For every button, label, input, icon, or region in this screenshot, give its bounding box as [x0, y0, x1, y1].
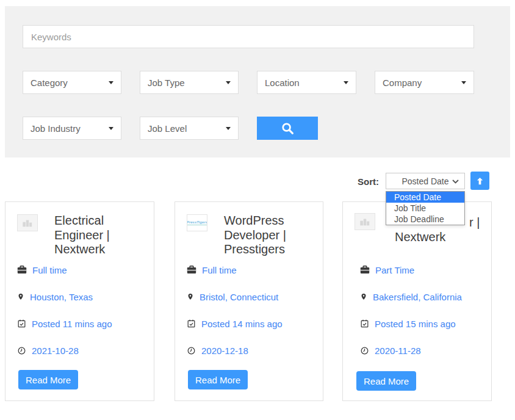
job-level-select-label: Job Level: [148, 123, 187, 134]
read-more-button[interactable]: Read More: [356, 371, 416, 391]
calendar-check-icon: [360, 319, 369, 328]
search-button[interactable]: [257, 117, 318, 140]
category-select[interactable]: Category: [23, 71, 121, 94]
sort-label: Sort:: [358, 176, 379, 187]
briefcase-icon: [360, 266, 370, 274]
sort-select[interactable]: Posted Date: [386, 173, 465, 189]
company-select-label: Company: [383, 78, 422, 88]
location-pin-icon: [187, 292, 194, 302]
caret-down-icon: [109, 127, 113, 130]
location-text: Bakersfield, California: [373, 292, 462, 302]
arrow-up-icon: [475, 176, 484, 186]
job-industry-select-label: Job Industry: [31, 123, 81, 134]
company-logo: [355, 213, 375, 230]
location-select-label: Location: [265, 78, 300, 88]
briefcase-icon: [17, 266, 27, 274]
posted-text: Posted 11 mins ago: [32, 319, 112, 329]
job-card: r | Nextwerk Part Time Bakersfield, Cali…: [342, 201, 492, 401]
job-type-text: Part Time: [375, 265, 414, 275]
building-placeholder-icon: [22, 219, 33, 227]
posted-date-link[interactable]: Posted 14 mins ago: [187, 318, 283, 329]
company-logo: [17, 214, 38, 231]
location-text: Houston, Texas: [30, 292, 93, 302]
posted-text: Posted 14 mins ago: [201, 319, 283, 329]
job-level-select[interactable]: Job Level: [140, 117, 239, 140]
sort-option-posted-date[interactable]: Posted Date: [386, 192, 464, 203]
job-title: WordPress Developer | Presstigers: [224, 214, 320, 257]
deadline-text: 2020-11-28: [375, 346, 421, 356]
scroll-top-button[interactable]: [470, 172, 489, 190]
read-more-button[interactable]: Read More: [18, 370, 78, 389]
location-link[interactable]: Bakersfield, California: [360, 291, 462, 302]
deadline-text: 2020-12-18: [201, 346, 248, 356]
read-more-button[interactable]: Read More: [188, 370, 248, 389]
deadline-text: 2021-10-28: [32, 346, 79, 356]
category-select-label: Category: [31, 78, 68, 88]
location-pin-icon: [17, 292, 24, 302]
location-text: Bristol, Connecticut: [200, 292, 278, 302]
deadline-link[interactable]: 2020-11-28: [360, 345, 421, 356]
job-card: Electrical Engineer | Nextwerk Full time…: [5, 201, 154, 401]
posted-date-link[interactable]: Posted 15 mins ago: [360, 318, 456, 329]
company-select[interactable]: Company: [375, 71, 474, 94]
clock-icon: [187, 346, 196, 355]
job-type-select-label: Job Type: [148, 78, 185, 88]
chevron-down-icon: [452, 179, 459, 184]
sort-option-job-title[interactable]: Job Title: [386, 203, 464, 214]
caret-down-icon: [344, 81, 348, 84]
job-type-text: Full time: [32, 265, 67, 275]
job-type-select[interactable]: Job Type: [140, 71, 239, 94]
caret-down-icon: [226, 81, 231, 84]
posted-date-link[interactable]: Posted 11 mins ago: [17, 318, 112, 329]
posted-text: Posted 15 mins ago: [375, 319, 456, 329]
job-title: Electrical Engineer | Nextwerk: [54, 214, 151, 257]
building-placeholder-icon: [359, 218, 370, 226]
caret-down-icon: [226, 127, 231, 130]
location-pin-icon: [360, 292, 367, 302]
calendar-check-icon: [17, 319, 26, 328]
deadline-link[interactable]: 2021-10-28: [17, 345, 79, 356]
sort-dropdown-menu: Posted Date Job Title Job Deadline: [386, 191, 465, 225]
caret-down-icon: [109, 81, 113, 84]
keywords-input[interactable]: [23, 25, 474, 48]
presstigers-logo: PressTigers: [187, 220, 207, 225]
job-type-text: Full time: [202, 265, 237, 275]
magnifier-icon: [280, 121, 295, 136]
location-link[interactable]: Bristol, Connecticut: [187, 291, 278, 302]
deadline-link[interactable]: 2020-12-18: [187, 345, 248, 356]
location-link[interactable]: Houston, Texas: [17, 291, 93, 302]
location-select[interactable]: Location: [257, 71, 356, 94]
clock-icon: [17, 346, 26, 355]
job-title: r |: [469, 215, 480, 230]
job-type-link[interactable]: Full time: [187, 264, 237, 275]
job-type-link[interactable]: Part Time: [360, 264, 414, 275]
sort-select-value: Posted Date: [402, 176, 448, 186]
caret-down-icon: [461, 81, 466, 84]
job-search-filter-panel: Category Job Type Location Company Job I…: [5, 6, 510, 158]
job-title: Nextwerk: [395, 230, 445, 244]
briefcase-icon: [187, 266, 196, 274]
sort-option-job-deadline[interactable]: Job Deadline: [386, 214, 464, 225]
job-card: PressTigers WordPress Developer | Presst…: [175, 201, 323, 401]
clock-icon: [360, 346, 369, 355]
company-logo: PressTigers: [187, 214, 207, 231]
job-type-link[interactable]: Full time: [17, 264, 67, 275]
job-industry-select[interactable]: Job Industry: [23, 117, 121, 140]
calendar-check-icon: [187, 319, 196, 328]
